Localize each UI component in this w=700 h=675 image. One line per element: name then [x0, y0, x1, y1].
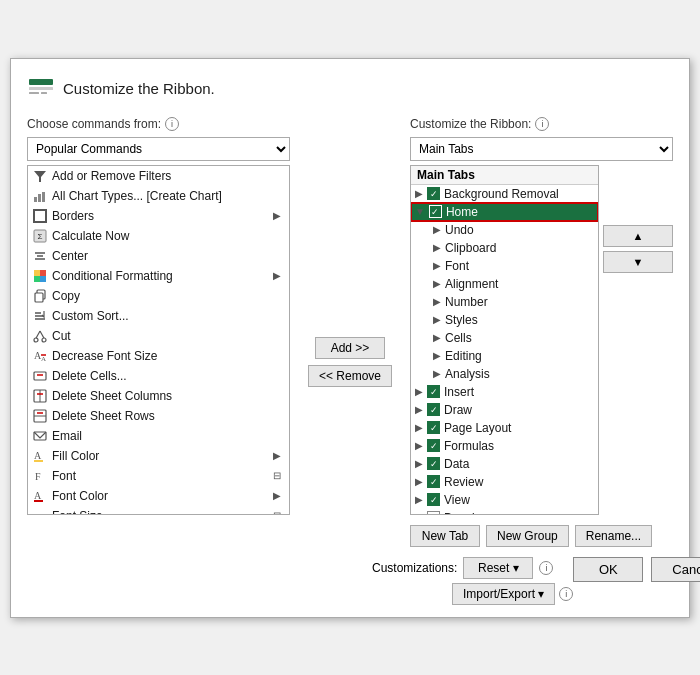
svg-rect-6	[38, 194, 41, 202]
ribbon-tree[interactable]: Main Tabs ▶ Background Removal ▼ Home	[410, 165, 599, 515]
commands-dropdown[interactable]: Popular Commands	[27, 137, 290, 161]
tree-item-clipboard[interactable]: ▶ Clipboard	[411, 239, 598, 257]
list-item[interactable]: Delete Cells...	[28, 366, 289, 386]
del-col-icon	[32, 388, 48, 404]
list-item[interactable]: F Font ⊟	[28, 466, 289, 486]
customizations-row: Customizations: Reset ▾ i	[372, 557, 573, 579]
add-button[interactable]: Add >>	[315, 337, 385, 359]
left-panel: Choose commands from: i Popular Commands…	[27, 117, 290, 547]
checkbox-view[interactable]	[427, 493, 440, 506]
new-tab-button[interactable]: New Tab	[410, 525, 480, 547]
main-tabs-header: Main Tabs	[411, 166, 598, 185]
svg-rect-3	[41, 92, 47, 94]
import-export-button[interactable]: Import/Export ▾	[452, 583, 555, 605]
list-item[interactable]: Conditional Formatting ▶	[28, 266, 289, 286]
list-item[interactable]: Custom Sort...	[28, 306, 289, 326]
checkbox-bg-removal[interactable]	[427, 187, 440, 200]
checkbox-draw[interactable]	[427, 403, 440, 416]
tree-item-review[interactable]: ▶ Review	[411, 473, 598, 491]
tree-item-draw[interactable]: ▶ Draw	[411, 401, 598, 419]
list-item[interactable]: All Chart Types... [Create Chart]	[28, 186, 289, 206]
tree-item-alignment[interactable]: ▶ Alignment	[411, 275, 598, 293]
list-item[interactable]: Borders ▶	[28, 206, 289, 226]
tree-item-font[interactable]: ▶ Font	[411, 257, 598, 275]
list-item[interactable]: Σ Calculate Now	[28, 226, 289, 246]
right-content: Main Tabs ▶ Background Removal ▼ Home	[410, 165, 673, 515]
tree-item-styles[interactable]: ▶ Styles	[411, 311, 598, 329]
checkbox-insert[interactable]	[427, 385, 440, 398]
middle-buttons: Add >> << Remove	[302, 177, 398, 547]
tree-item-home[interactable]: ▼ Home	[411, 203, 598, 221]
list-item[interactable]: Email	[28, 426, 289, 446]
list-item[interactable]: A Font Color ▶	[28, 486, 289, 506]
svg-rect-8	[34, 210, 46, 222]
cancel-button[interactable]: Cancel	[651, 557, 700, 582]
customizations-area: Customizations: Reset ▾ i Import/Export …	[372, 557, 573, 605]
svg-rect-0	[29, 79, 53, 85]
import-export-row: Import/Export ▾ i	[372, 583, 573, 605]
checkbox-data[interactable]	[427, 457, 440, 470]
svg-rect-5	[34, 197, 37, 202]
reset-info-icon[interactable]: i	[539, 561, 553, 575]
left-label: Choose commands from:	[27, 117, 161, 131]
import-export-info-icon[interactable]: i	[559, 587, 573, 601]
reset-button[interactable]: Reset ▾	[463, 557, 533, 579]
font-size-icon: 12	[32, 508, 48, 515]
svg-text:F: F	[35, 471, 41, 482]
list-item[interactable]: Cut	[28, 326, 289, 346]
del-cells-icon	[32, 368, 48, 384]
tree-item-undo[interactable]: ▶ Undo	[411, 221, 598, 239]
remove-button[interactable]: << Remove	[308, 365, 392, 387]
tree-item-data[interactable]: ▶ Data	[411, 455, 598, 473]
svg-text:A: A	[41, 355, 46, 363]
list-item[interactable]: A Fill Color ▶	[28, 446, 289, 466]
svg-rect-14	[34, 270, 40, 276]
list-item[interactable]: AA Decrease Font Size	[28, 346, 289, 366]
checkbox-formulas[interactable]	[427, 439, 440, 452]
fill-color-icon: A	[32, 448, 48, 464]
checkbox-pagelayout[interactable]	[427, 421, 440, 434]
svg-rect-40	[34, 460, 43, 462]
svg-rect-2	[29, 92, 39, 94]
del-row-icon	[32, 408, 48, 424]
list-item[interactable]: Delete Sheet Columns	[28, 386, 289, 406]
list-item[interactable]: Delete Sheet Rows	[28, 406, 289, 426]
tree-item-pagelayout[interactable]: ▶ Page Layout	[411, 419, 598, 437]
tab-action-buttons: New Tab New Group Rename...	[410, 525, 673, 547]
svg-rect-15	[40, 270, 46, 276]
tree-item-bg-removal[interactable]: ▶ Background Removal	[411, 185, 598, 203]
tree-item-number[interactable]: ▶ Number	[411, 293, 598, 311]
checkbox-developer[interactable]	[427, 511, 440, 515]
right-info-icon[interactable]: i	[535, 117, 549, 131]
tree-item-cells[interactable]: ▶ Cells	[411, 329, 598, 347]
tree-item-formulas[interactable]: ▶ Formulas	[411, 437, 598, 455]
email-icon	[32, 428, 48, 444]
ok-cancel-buttons: OK Cancel	[573, 557, 700, 582]
rename-button[interactable]: Rename...	[575, 525, 652, 547]
ok-button[interactable]: OK	[573, 557, 643, 582]
list-item[interactable]: Copy	[28, 286, 289, 306]
ribbon-dropdown[interactable]: Main Tabs	[410, 137, 673, 161]
checkbox-home[interactable]	[429, 205, 442, 218]
font-icon: F	[32, 468, 48, 484]
move-up-button[interactable]: ▲	[603, 225, 673, 247]
tree-item-editing[interactable]: ▶ Editing	[411, 347, 598, 365]
left-info-icon[interactable]: i	[165, 117, 179, 131]
customizations-label: Customizations:	[372, 561, 457, 575]
main-content: Choose commands from: i Popular Commands…	[27, 117, 673, 547]
bottom-row: Customizations: Reset ▾ i Import/Export …	[27, 557, 673, 605]
tree-item-insert[interactable]: ▶ Insert	[411, 383, 598, 401]
tree-item-analysis[interactable]: ▶ Analysis	[411, 365, 598, 383]
svg-rect-1	[29, 87, 53, 90]
list-item[interactable]: 12 Font Size ⊟	[28, 506, 289, 515]
new-group-button[interactable]: New Group	[486, 525, 569, 547]
commands-listbox[interactable]: Add or Remove Filters All Chart Types...…	[27, 165, 290, 515]
tree-item-developer[interactable]: ▶ Developer	[411, 509, 598, 515]
checkbox-review[interactable]	[427, 475, 440, 488]
tree-item-view[interactable]: ▶ View	[411, 491, 598, 509]
svg-rect-17	[40, 276, 46, 282]
list-item[interactable]: Center	[28, 246, 289, 266]
move-down-button[interactable]: ▼	[603, 251, 673, 273]
svg-point-23	[34, 338, 38, 342]
list-item[interactable]: Add or Remove Filters	[28, 166, 289, 186]
